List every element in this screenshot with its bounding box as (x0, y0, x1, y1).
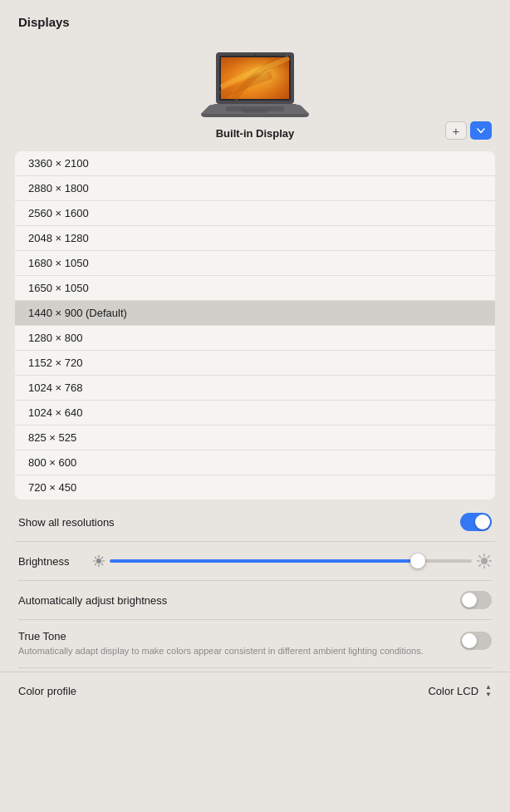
resolution-item[interactable]: 2560 × 1600 (15, 201, 495, 226)
true-tone-title: True Tone (18, 630, 447, 642)
true-tone-toggle[interactable] (460, 632, 492, 650)
chevron-down-icon (477, 128, 485, 134)
resolution-item[interactable]: 1680 × 1050 (15, 251, 495, 276)
display-header: Built-in Display + (0, 37, 510, 151)
resolution-item[interactable]: 800 × 600 (15, 450, 495, 475)
display-controls: + (445, 121, 492, 140)
svg-rect-6 (243, 109, 267, 113)
sun-large-icon (477, 554, 492, 568)
resolution-item[interactable]: 2048 × 1280 (15, 226, 495, 251)
toggle-thumb (475, 514, 490, 529)
display-name-label: Built-in Display (216, 127, 295, 140)
auto-brightness-thumb (462, 593, 477, 608)
stepper-down-arrow[interactable]: ▼ (485, 691, 492, 698)
svg-line-25 (479, 564, 481, 566)
svg-line-22 (479, 556, 481, 558)
true-tone-text: True Tone Automatically adapt display to… (18, 630, 460, 657)
display-chevron-button[interactable] (470, 121, 492, 140)
brightness-label: Brightness (18, 555, 85, 568)
resolution-item[interactable]: 1280 × 800 (15, 326, 495, 351)
svg-line-16 (95, 563, 96, 564)
resolution-item[interactable]: 720 × 450 (15, 475, 495, 500)
auto-brightness-label: Automatically adjust brightness (18, 594, 167, 607)
resolution-item[interactable]: 1650 × 1050 (15, 276, 495, 301)
brightness-section: Brightness (0, 542, 510, 668)
show-all-row: Show all resolutions (0, 503, 510, 541)
svg-point-17 (481, 558, 488, 564)
resolution-list: 3360 × 21002880 × 18002560 × 16002048 × … (15, 151, 495, 500)
auto-brightness-row: Automatically adjust brightness (18, 581, 492, 620)
color-profile-row: Color profile Color LCD ▲ ▼ (0, 672, 510, 710)
brightness-slider-container (93, 554, 492, 568)
display-label-row: Built-in Display (18, 127, 492, 140)
stepper-up-arrow[interactable]: ▲ (485, 684, 492, 691)
brightness-row: Brightness (18, 542, 492, 581)
brightness-slider[interactable] (110, 559, 472, 563)
svg-line-14 (101, 563, 102, 564)
svg-line-23 (488, 564, 489, 566)
color-profile-label: Color profile (18, 685, 76, 697)
svg-point-8 (96, 559, 101, 563)
color-profile-name: Color LCD (428, 685, 478, 697)
color-profile-value[interactable]: Color LCD ▲ ▼ (428, 684, 492, 698)
laptop-icon (201, 46, 309, 121)
true-tone-thumb (462, 633, 477, 648)
svg-line-15 (101, 557, 102, 558)
svg-line-13 (95, 557, 96, 558)
add-display-button[interactable]: + (445, 121, 467, 140)
resolution-item[interactable]: 1440 × 900 (Default) (15, 301, 495, 326)
resolution-item[interactable]: 825 × 525 (15, 426, 495, 450)
svg-line-24 (488, 556, 489, 558)
true-tone-description: Automatically adapt display to make colo… (18, 645, 447, 657)
color-profile-stepper[interactable]: ▲ ▼ (485, 684, 492, 698)
resolution-item[interactable]: 2880 × 1800 (15, 176, 495, 201)
true-tone-row: True Tone Automatically adapt display to… (18, 620, 492, 668)
resolution-item[interactable]: 3360 × 2100 (15, 151, 495, 176)
sun-small-icon (93, 555, 105, 567)
displays-panel: Displays (0, 0, 510, 812)
show-all-toggle[interactable] (460, 513, 492, 531)
show-all-label: Show all resolutions (18, 516, 115, 529)
svg-point-7 (254, 54, 256, 56)
auto-brightness-toggle[interactable] (460, 591, 492, 609)
brightness-thumb (410, 554, 425, 568)
resolution-item[interactable]: 1024 × 640 (15, 401, 495, 426)
resolution-item[interactable]: 1152 × 720 (15, 351, 495, 376)
page-title: Displays (0, 0, 510, 37)
resolution-item[interactable]: 1024 × 768 (15, 376, 495, 401)
